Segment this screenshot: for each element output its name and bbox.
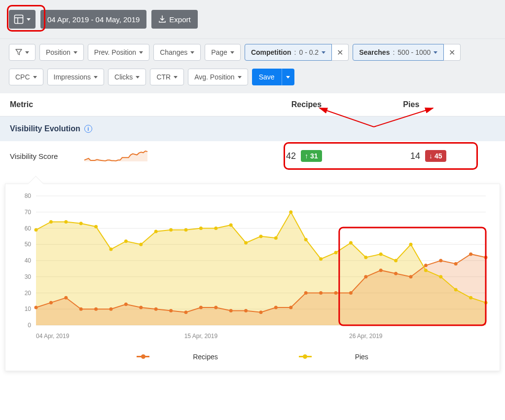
filter-cpc[interactable]: CPC bbox=[9, 69, 43, 85]
metric-visibility-score: Visibility Score bbox=[10, 152, 84, 160]
chevron-down-icon bbox=[190, 51, 194, 54]
chart-legend: Recipes Pies bbox=[9, 344, 496, 364]
chevron-down-icon bbox=[25, 51, 29, 54]
svg-point-62 bbox=[109, 248, 113, 251]
svg-point-80 bbox=[379, 252, 383, 256]
svg-point-83 bbox=[424, 268, 428, 272]
save-button[interactable]: Save bbox=[252, 69, 282, 85]
svg-point-39 bbox=[229, 309, 233, 312]
chart-container: 0102030405060708004 Apr, 201915 Apr, 201… bbox=[5, 184, 500, 371]
svg-point-61 bbox=[94, 225, 98, 229]
svg-line-4 bbox=[374, 108, 433, 127]
legend-recipes[interactable]: Recipes bbox=[117, 353, 238, 361]
filter-funnel[interactable] bbox=[9, 44, 36, 61]
filter-page[interactable]: Page bbox=[205, 44, 241, 61]
svg-point-35 bbox=[169, 309, 173, 312]
close-icon: ✕ bbox=[449, 48, 455, 57]
legend-pies[interactable]: Pies bbox=[279, 353, 388, 361]
svg-text:0: 0 bbox=[28, 322, 31, 329]
filter-changes[interactable]: Changes bbox=[153, 44, 201, 61]
legend-swatch-orange bbox=[137, 356, 149, 357]
svg-point-36 bbox=[184, 310, 188, 314]
chevron-down-icon bbox=[433, 51, 437, 54]
svg-text:04 Apr, 2019: 04 Apr, 2019 bbox=[36, 333, 70, 340]
svg-text:10: 10 bbox=[25, 305, 32, 312]
svg-point-34 bbox=[154, 307, 158, 311]
svg-point-44 bbox=[304, 291, 308, 295]
sparkline bbox=[84, 150, 148, 162]
svg-point-69 bbox=[214, 227, 217, 230]
chevron-down-icon bbox=[27, 18, 31, 21]
svg-text:80: 80 bbox=[25, 192, 32, 199]
filter-ctr[interactable]: CTR bbox=[150, 69, 184, 85]
svg-point-66 bbox=[169, 228, 173, 231]
svg-point-65 bbox=[154, 230, 158, 233]
svg-point-41 bbox=[259, 310, 263, 314]
filter-competition[interactable]: Competition : 0 - 0.2 bbox=[245, 44, 332, 61]
svg-text:50: 50 bbox=[25, 241, 32, 248]
svg-point-33 bbox=[139, 305, 143, 309]
svg-point-70 bbox=[229, 223, 233, 227]
annotation-arrows bbox=[295, 107, 463, 129]
filter-position[interactable]: Position bbox=[39, 44, 84, 61]
date-range-text: 04 Apr, 2019 - 04 May, 2019 bbox=[47, 15, 140, 24]
svg-point-43 bbox=[289, 305, 292, 309]
svg-point-84 bbox=[439, 275, 442, 278]
svg-point-79 bbox=[364, 256, 367, 259]
filter-impressions[interactable]: Impressions bbox=[47, 69, 104, 85]
svg-point-50 bbox=[394, 272, 397, 275]
svg-text:26 Apr, 2019: 26 Apr, 2019 bbox=[349, 333, 383, 340]
svg-point-71 bbox=[244, 241, 248, 244]
filter-searches[interactable]: Searches : 500 - 1000 bbox=[353, 44, 444, 61]
svg-point-59 bbox=[64, 220, 68, 224]
svg-point-28 bbox=[64, 296, 68, 300]
arrow-up-icon: ↑ bbox=[305, 153, 308, 159]
info-icon[interactable]: i bbox=[84, 125, 92, 133]
svg-point-73 bbox=[274, 236, 278, 240]
remove-searches[interactable]: ✕ bbox=[444, 44, 461, 61]
column-metric: Metric bbox=[10, 100, 291, 109]
filter-clicks[interactable]: Clicks bbox=[108, 69, 146, 85]
svg-point-60 bbox=[79, 222, 83, 225]
svg-point-40 bbox=[244, 309, 248, 312]
layout-dropdown[interactable] bbox=[9, 10, 36, 29]
svg-point-54 bbox=[454, 262, 458, 266]
svg-point-52 bbox=[424, 264, 428, 267]
filter-prev-position[interactable]: Prev. Position bbox=[88, 44, 149, 61]
svg-point-47 bbox=[349, 291, 353, 295]
chevron-down-icon bbox=[73, 51, 77, 54]
svg-point-74 bbox=[289, 210, 292, 214]
svg-point-68 bbox=[199, 227, 203, 230]
save-dropdown[interactable] bbox=[282, 69, 294, 85]
close-icon: ✕ bbox=[337, 48, 343, 57]
chevron-down-icon bbox=[136, 76, 140, 78]
svg-point-49 bbox=[379, 268, 383, 272]
svg-point-42 bbox=[274, 305, 278, 309]
export-button[interactable]: Export bbox=[151, 10, 197, 29]
chevron-down-icon bbox=[139, 51, 143, 54]
pies-change-badge: ↓ 45 bbox=[425, 150, 446, 162]
svg-point-64 bbox=[139, 243, 143, 246]
date-range-button[interactable]: 04 Apr, 2019 - 04 May, 2019 bbox=[40, 10, 146, 29]
chevron-down-icon bbox=[230, 51, 234, 54]
chevron-down-icon bbox=[238, 76, 242, 78]
svg-point-51 bbox=[409, 275, 413, 278]
legend-swatch-yellow bbox=[299, 356, 312, 357]
chevron-down-icon bbox=[94, 76, 98, 78]
svg-text:30: 30 bbox=[25, 273, 32, 280]
chevron-down-icon bbox=[286, 76, 290, 78]
visibility-chart: 0102030405060708004 Apr, 201915 Apr, 201… bbox=[9, 184, 493, 342]
svg-point-32 bbox=[124, 303, 128, 306]
svg-point-72 bbox=[259, 234, 263, 238]
svg-point-57 bbox=[35, 228, 38, 231]
svg-point-78 bbox=[349, 241, 353, 244]
svg-point-48 bbox=[364, 275, 367, 278]
remove-competition[interactable]: ✕ bbox=[332, 44, 349, 61]
svg-point-81 bbox=[394, 259, 397, 263]
svg-point-63 bbox=[124, 239, 128, 243]
filter-avg-position[interactable]: Avg. Position bbox=[188, 69, 248, 85]
svg-point-38 bbox=[214, 305, 217, 309]
svg-point-58 bbox=[49, 220, 53, 224]
svg-point-55 bbox=[469, 252, 472, 256]
svg-point-82 bbox=[409, 243, 413, 246]
